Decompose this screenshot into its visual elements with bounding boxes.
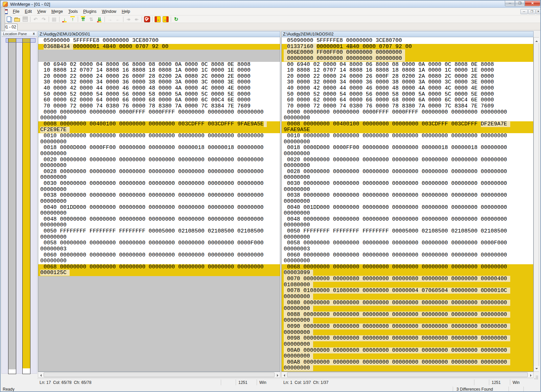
left-editor-pane[interactable]: 05090000 5FFFFFE8 00000000 3CE80700 0368…	[38, 37, 280, 372]
toolbar-separator	[49, 17, 49, 22]
hex-text: 0030 00000000 00000000 00000000 00000000…	[284, 180, 507, 187]
last-difference-button[interactable]	[95, 16, 103, 23]
previous-difference-button[interactable]	[69, 16, 77, 23]
hex-text: 00000000	[40, 174, 67, 180]
hex-text	[284, 44, 287, 50]
menu-item-tools[interactable]: Tools	[66, 8, 80, 15]
hex-text: 0030 00000000 00000000 00000000 00000000…	[40, 180, 264, 187]
save-button[interactable]	[21, 16, 29, 23]
new-file-button[interactable]	[5, 16, 13, 23]
vertical-scrollbar-thumb[interactable]	[1, 7, 5, 31]
mdi-restore-button[interactable]: ❐	[528, 9, 536, 14]
word-diff-segment: 0078 01080000 01080000 00000000 00000004…	[284, 288, 510, 294]
missing-lines-filler	[38, 276, 280, 371]
word-diff-segment: 0070 00000000 00000080 00000000 00000080…	[284, 276, 510, 282]
open-icon	[14, 16, 20, 22]
scrollbar-thumb[interactable]	[44, 372, 275, 377]
word-diff-segment: 006E0000 FF00FF00 00000000 00000000	[284, 49, 405, 55]
undo-button[interactable]	[31, 16, 40, 23]
redo-icon	[41, 16, 47, 22]
hex-line: 00000000	[282, 175, 533, 181]
hex-text: 0068 00000000 00000000 00000000 00000000…	[284, 264, 507, 270]
scroll-down-arrow-icon[interactable]	[534, 366, 539, 371]
menu-item-plugins[interactable]: Plugins	[80, 8, 99, 15]
hex-line: 00000000	[38, 258, 280, 264]
hex-line: 0080 00000000 00000000 00000000 00000000…	[282, 300, 533, 306]
scroll-right-arrow-icon[interactable]	[275, 372, 280, 377]
left-cursor-position: Ln: 17 Col: 65/78 Ch: 65/78	[37, 379, 91, 385]
hex-text: 0010 00000000 00000000 00000000 00000000…	[40, 133, 264, 139]
right-file-size: 1251	[489, 379, 510, 385]
file-compare-icon	[51, 16, 57, 22]
current-difference-button[interactable]	[87, 16, 95, 23]
location-pane-header: Location Pane x	[1, 31, 37, 36]
hex-text: 0008 00000000 00400100 00000000 00000000…	[284, 121, 481, 127]
scrollbar-thumb[interactable]	[287, 372, 528, 377]
first-difference-button[interactable]	[79, 16, 87, 23]
copy-all-left-button[interactable]	[162, 16, 170, 23]
word-diff-segment: CF2E9E7E	[40, 127, 70, 133]
refresh-button[interactable]	[172, 16, 180, 23]
right-editor-pane[interactable]: 05090000 5FFFFFE8 00000000 3CE80700 0133…	[281, 37, 534, 372]
close-button[interactable]: ✕	[525, 1, 540, 6]
scroll-left-arrow-icon[interactable]	[38, 372, 44, 377]
copy-all-left-icon	[163, 16, 169, 22]
scroll-right-arrow-icon[interactable]	[528, 372, 533, 377]
hex-text: 0050 FFFFFFFF FFFFFFFF FFFFFFFF 00005000…	[284, 228, 507, 234]
hex-text: 00 6940 02 0000 04 8000 06 8000 08 0000 …	[40, 62, 251, 68]
location-bar-right-file[interactable]	[22, 38, 30, 374]
mdi-minimize-button[interactable]: ─	[520, 9, 528, 14]
copy-left-button[interactable]	[114, 16, 122, 23]
copy-right-advance-button[interactable]	[124, 16, 133, 23]
hex-line: 00000000	[38, 151, 280, 157]
menu-item-view[interactable]: View	[34, 8, 49, 15]
menu-item-help[interactable]: Help	[119, 8, 133, 15]
word-diff-segment: 00000000	[284, 353, 313, 359]
copy-left-advance-icon	[134, 16, 140, 22]
options-button[interactable]	[143, 16, 151, 23]
hex-text: 0060 00000000 00000000 00000000 00000000…	[40, 252, 264, 258]
menu-item-edit[interactable]: Edit	[22, 8, 34, 15]
copy-all-right-button[interactable]	[154, 16, 162, 23]
hex-text: 00000000	[284, 139, 310, 145]
hex-text: 50 0000 52 0000 54 0000 56 0000 58 0000 …	[284, 91, 494, 97]
hex-line: 0048 00000000 00000000 00000000 00000000…	[38, 217, 280, 223]
hex-line: 00000003	[38, 246, 280, 252]
copy-right-button[interactable]	[106, 16, 114, 23]
open-button[interactable]	[13, 16, 21, 23]
resize-grip[interactable]	[534, 372, 539, 378]
redo-button[interactable]	[40, 16, 48, 23]
hex-line: 0020 00000000 00000000 00000000 00000000…	[282, 157, 533, 163]
hex-text: 00000003	[284, 246, 310, 252]
hex-text: 0018 0000D000 0000FF00 00000000 00000000…	[40, 145, 264, 151]
hex-line: 0098 00000000 00000000 00000000 00000000…	[282, 336, 533, 342]
left-horizontal-scrollbar[interactable]	[38, 372, 280, 378]
hex-text: 0068 00000000 00000000 00000000 00000000…	[40, 264, 264, 270]
next-difference-icon	[62, 16, 68, 22]
minimize-button[interactable]: ─	[505, 1, 515, 6]
hex-line: 00000000	[282, 199, 533, 205]
right-horizontal-scrollbar[interactable]	[281, 372, 534, 378]
options-icon	[144, 16, 150, 22]
location-bar-left-file[interactable]	[8, 38, 16, 374]
scroll-up-arrow-icon[interactable]	[534, 38, 539, 43]
restore-button[interactable]: ❐	[515, 1, 525, 6]
location-pane-close-icon[interactable]: x	[32, 32, 36, 36]
menu-item-window[interactable]: Window	[99, 8, 119, 15]
copy-left-advance-button[interactable]	[133, 16, 141, 23]
next-difference-button[interactable]	[61, 16, 69, 23]
hex-line: 00000000	[282, 163, 533, 169]
location-viewport-indicator[interactable]	[6, 38, 36, 43]
hex-line: 00000000	[282, 353, 533, 360]
hex-line: 00000000	[282, 294, 533, 300]
menu-item-file[interactable]: File	[10, 8, 22, 15]
hex-line: 00000000	[282, 365, 533, 371]
hex-text: 40 0000 42 0000 44 0000 46 0000 48 0000 …	[40, 85, 251, 91]
vertical-scrollbar[interactable]	[534, 37, 539, 372]
hex-line: 00000003	[282, 246, 533, 252]
word-diff-segment: 01337160	[287, 44, 316, 50]
scroll-left-arrow-icon[interactable]	[282, 372, 287, 377]
mdi-close-button[interactable]: ✕	[536, 9, 541, 14]
menu-item-merge[interactable]: Merge	[49, 8, 66, 15]
file-compare-button[interactable]	[50, 16, 58, 23]
